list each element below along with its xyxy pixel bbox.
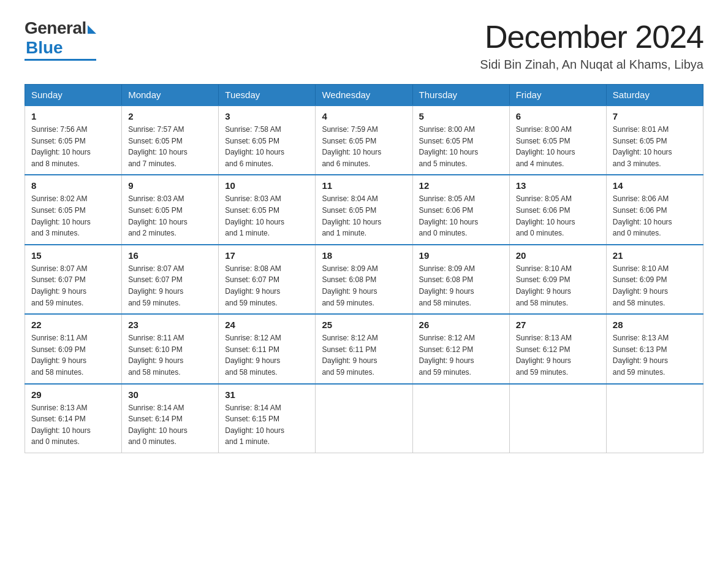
calendar-cell: 5Sunrise: 8:00 AMSunset: 6:05 PMDaylight… (412, 105, 509, 175)
calendar-week-row: 1Sunrise: 7:56 AMSunset: 6:05 PMDaylight… (25, 105, 703, 175)
calendar-table: SundayMondayTuesdayWednesdayThursdayFrid… (25, 84, 703, 453)
calendar-cell: 9Sunrise: 8:03 AMSunset: 6:05 PMDaylight… (122, 175, 219, 244)
day-info: Sunrise: 8:14 AMSunset: 6:14 PMDaylight:… (128, 402, 212, 448)
day-number: 27 (516, 320, 600, 330)
logo-arrow-icon (88, 25, 96, 34)
calendar-cell: 15Sunrise: 8:07 AMSunset: 6:07 PMDayligh… (25, 245, 122, 314)
calendar-cell: 25Sunrise: 8:12 AMSunset: 6:11 PMDayligh… (316, 314, 412, 383)
day-header-friday: Friday (509, 85, 606, 106)
calendar-cell: 21Sunrise: 8:10 AMSunset: 6:09 PMDayligh… (606, 245, 703, 314)
day-number: 10 (225, 180, 309, 191)
day-number: 7 (613, 111, 697, 121)
logo-general-text: General (25, 18, 86, 38)
day-header-tuesday: Tuesday (219, 85, 316, 106)
calendar-cell: 22Sunrise: 8:11 AMSunset: 6:09 PMDayligh… (25, 314, 122, 383)
month-title: December 2024 (480, 18, 703, 55)
calendar-cell: 31Sunrise: 8:14 AMSunset: 6:15 PMDayligh… (219, 384, 316, 453)
calendar-cell: 4Sunrise: 7:59 AMSunset: 6:05 PMDaylight… (316, 105, 412, 175)
calendar-header-row: SundayMondayTuesdayWednesdayThursdayFrid… (25, 85, 703, 106)
day-number: 30 (128, 389, 212, 400)
day-info: Sunrise: 8:06 AMSunset: 6:06 PMDaylight:… (613, 193, 697, 239)
day-info: Sunrise: 8:09 AMSunset: 6:08 PMDaylight:… (322, 263, 406, 308)
day-info: Sunrise: 7:59 AMSunset: 6:05 PMDaylight:… (322, 124, 406, 169)
page-header: General Blue December 2024 Sidi Bin Zina… (25, 18, 703, 72)
calendar-cell: 7Sunrise: 8:01 AMSunset: 6:05 PMDaylight… (606, 105, 703, 175)
day-info: Sunrise: 8:13 AMSunset: 6:14 PMDaylight:… (31, 402, 115, 448)
logo-blue-text: Blue (26, 38, 63, 58)
calendar-cell: 19Sunrise: 8:09 AMSunset: 6:08 PMDayligh… (412, 245, 509, 314)
day-number: 25 (322, 320, 406, 330)
calendar-week-row: 8Sunrise: 8:02 AMSunset: 6:05 PMDaylight… (25, 175, 703, 244)
logo-underline (25, 59, 96, 61)
day-number: 4 (322, 111, 406, 121)
day-number: 24 (225, 320, 309, 330)
day-number: 11 (322, 180, 406, 191)
day-info: Sunrise: 8:10 AMSunset: 6:09 PMDaylight:… (613, 263, 697, 308)
day-number: 23 (128, 320, 212, 330)
day-number: 15 (31, 250, 115, 261)
day-info: Sunrise: 8:11 AMSunset: 6:10 PMDaylight:… (128, 332, 212, 378)
day-number: 28 (613, 320, 697, 330)
day-info: Sunrise: 8:02 AMSunset: 6:05 PMDaylight:… (31, 193, 115, 239)
day-info: Sunrise: 8:10 AMSunset: 6:09 PMDaylight:… (516, 263, 600, 308)
day-number: 18 (322, 250, 406, 261)
day-info: Sunrise: 8:14 AMSunset: 6:15 PMDaylight:… (225, 402, 309, 448)
calendar-cell: 17Sunrise: 8:08 AMSunset: 6:07 PMDayligh… (219, 245, 316, 314)
day-number: 12 (419, 180, 503, 191)
calendar-cell: 13Sunrise: 8:05 AMSunset: 6:06 PMDayligh… (509, 175, 606, 244)
day-header-thursday: Thursday (412, 85, 509, 106)
day-info: Sunrise: 8:01 AMSunset: 6:05 PMDaylight:… (613, 124, 697, 169)
day-header-wednesday: Wednesday (316, 85, 412, 106)
calendar-week-row: 22Sunrise: 8:11 AMSunset: 6:09 PMDayligh… (25, 314, 703, 383)
calendar-cell: 23Sunrise: 8:11 AMSunset: 6:10 PMDayligh… (122, 314, 219, 383)
day-info: Sunrise: 8:03 AMSunset: 6:05 PMDaylight:… (128, 193, 212, 239)
day-info: Sunrise: 8:08 AMSunset: 6:07 PMDaylight:… (225, 263, 309, 308)
location-title: Sidi Bin Zinah, An Nuqat al Khams, Libya (480, 58, 703, 72)
day-number: 9 (128, 180, 212, 191)
day-info: Sunrise: 8:05 AMSunset: 6:06 PMDaylight:… (516, 193, 600, 239)
day-number: 6 (516, 111, 600, 121)
calendar-cell: 20Sunrise: 8:10 AMSunset: 6:09 PMDayligh… (509, 245, 606, 314)
calendar-cell: 1Sunrise: 7:56 AMSunset: 6:05 PMDaylight… (25, 105, 122, 175)
day-number: 22 (31, 320, 115, 330)
day-number: 1 (31, 111, 115, 121)
calendar-week-row: 15Sunrise: 8:07 AMSunset: 6:07 PMDayligh… (25, 245, 703, 314)
day-number: 5 (419, 111, 503, 121)
logo: General Blue (25, 18, 96, 61)
day-info: Sunrise: 8:13 AMSunset: 6:12 PMDaylight:… (516, 332, 600, 378)
day-info: Sunrise: 8:09 AMSunset: 6:08 PMDaylight:… (419, 263, 503, 308)
day-info: Sunrise: 8:13 AMSunset: 6:13 PMDaylight:… (613, 332, 697, 378)
calendar-cell: 3Sunrise: 7:58 AMSunset: 6:05 PMDaylight… (219, 105, 316, 175)
calendar-cell: 30Sunrise: 8:14 AMSunset: 6:14 PMDayligh… (122, 384, 219, 453)
calendar-cell: 26Sunrise: 8:12 AMSunset: 6:12 PMDayligh… (412, 314, 509, 383)
day-info: Sunrise: 7:57 AMSunset: 6:05 PMDaylight:… (128, 124, 212, 169)
calendar-cell: 10Sunrise: 8:03 AMSunset: 6:05 PMDayligh… (219, 175, 316, 244)
day-info: Sunrise: 8:12 AMSunset: 6:11 PMDaylight:… (322, 332, 406, 378)
day-number: 29 (31, 389, 115, 400)
calendar-cell: 11Sunrise: 8:04 AMSunset: 6:05 PMDayligh… (316, 175, 412, 244)
day-number: 17 (225, 250, 309, 261)
day-number: 3 (225, 111, 309, 121)
calendar-cell: 2Sunrise: 7:57 AMSunset: 6:05 PMDaylight… (122, 105, 219, 175)
day-number: 16 (128, 250, 212, 261)
calendar-cell: 6Sunrise: 8:00 AMSunset: 6:05 PMDaylight… (509, 105, 606, 175)
day-number: 20 (516, 250, 600, 261)
calendar-cell: 18Sunrise: 8:09 AMSunset: 6:08 PMDayligh… (316, 245, 412, 314)
day-number: 2 (128, 111, 212, 121)
day-info: Sunrise: 7:56 AMSunset: 6:05 PMDaylight:… (31, 124, 115, 169)
day-info: Sunrise: 8:04 AMSunset: 6:05 PMDaylight:… (322, 193, 406, 239)
calendar-cell (606, 384, 703, 453)
day-info: Sunrise: 8:00 AMSunset: 6:05 PMDaylight:… (419, 124, 503, 169)
calendar-cell: 29Sunrise: 8:13 AMSunset: 6:14 PMDayligh… (25, 384, 122, 453)
day-info: Sunrise: 8:03 AMSunset: 6:05 PMDaylight:… (225, 193, 309, 239)
day-info: Sunrise: 8:12 AMSunset: 6:11 PMDaylight:… (225, 332, 309, 378)
calendar-cell: 14Sunrise: 8:06 AMSunset: 6:06 PMDayligh… (606, 175, 703, 244)
day-info: Sunrise: 8:11 AMSunset: 6:09 PMDaylight:… (31, 332, 115, 378)
calendar-cell: 24Sunrise: 8:12 AMSunset: 6:11 PMDayligh… (219, 314, 316, 383)
day-info: Sunrise: 8:05 AMSunset: 6:06 PMDaylight:… (419, 193, 503, 239)
calendar-cell (509, 384, 606, 453)
title-section: December 2024 Sidi Bin Zinah, An Nuqat a… (480, 18, 703, 72)
calendar-cell: 28Sunrise: 8:13 AMSunset: 6:13 PMDayligh… (606, 314, 703, 383)
calendar-week-row: 29Sunrise: 8:13 AMSunset: 6:14 PMDayligh… (25, 384, 703, 453)
calendar-cell: 27Sunrise: 8:13 AMSunset: 6:12 PMDayligh… (509, 314, 606, 383)
